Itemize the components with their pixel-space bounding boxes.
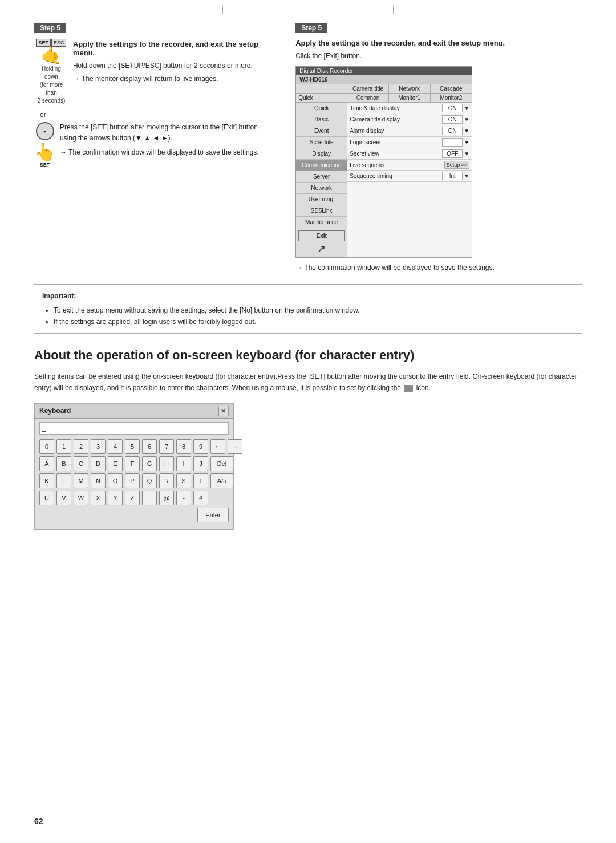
key-R[interactable]: R (159, 473, 174, 488)
subheader-col2: Common (347, 94, 389, 102)
important-item-2: If the settings are applied, all login u… (54, 316, 574, 327)
key-E[interactable]: E (108, 456, 123, 471)
content-dropdown-3[interactable]: ▼ (464, 128, 469, 134)
step-arrow-right: The confirmation window will be displaye… (295, 262, 582, 273)
content-row-1: Time & date display ON ▼ (347, 103, 472, 114)
header-col4: Cascade (431, 84, 472, 93)
sidebar-maintenance[interactable]: Maintenance (296, 217, 347, 228)
key-H[interactable]: H (159, 456, 174, 471)
key-V[interactable]: V (56, 491, 71, 505)
exit-button[interactable]: Exit (298, 230, 345, 241)
key-W[interactable]: W (74, 491, 88, 505)
step-title-text-left: Apply the settings to the recorder, and … (73, 40, 273, 57)
key-A[interactable]: A (39, 456, 54, 471)
key-D[interactable]: D (91, 456, 106, 471)
key-O[interactable]: O (108, 473, 123, 488)
set-only-icon: ● 👆 SET (34, 122, 55, 168)
key-row-4: Enter (39, 508, 229, 522)
content-row-2: Camera title display ON ▼ (347, 114, 472, 125)
key-K[interactable]: K (39, 473, 54, 488)
step-body1-left: Hold down the [SETUP/ESC] button for 2 s… (73, 60, 273, 71)
key-shift[interactable]: A/a (210, 473, 233, 488)
key-period[interactable]: . (142, 491, 157, 505)
key-2[interactable]: 2 (74, 439, 88, 454)
content-row-3: Alarm display ON ▼ (347, 125, 472, 137)
holding-icon-area: SET ESC 🤙 Holding down(for more than2 se… (34, 39, 273, 105)
key-N[interactable]: N (91, 473, 106, 488)
content-label-6: Live sequence (350, 162, 444, 168)
content-row-5: Secret view OFF ▼ (347, 148, 472, 160)
key-4[interactable]: 4 (108, 439, 123, 454)
keyboard-ui: Keyboard × _ 0 1 2 3 4 5 6 7 8 9 ← → (34, 403, 234, 530)
key-9[interactable]: 9 (193, 439, 208, 454)
key-6[interactable]: 6 (142, 439, 157, 454)
content-dropdown-5[interactable]: ▼ (464, 151, 469, 157)
content-dropdown-4[interactable]: ▼ (464, 139, 469, 145)
key-dash[interactable]: - (176, 491, 191, 505)
key-J[interactable]: J (193, 456, 208, 471)
key-G[interactable]: G (142, 456, 157, 471)
key-5[interactable]: 5 (125, 439, 140, 454)
sidebar-quick[interactable]: Quick (296, 103, 347, 114)
key-8[interactable]: 8 (176, 439, 191, 454)
key-backspace[interactable]: ← (210, 439, 225, 454)
set-esc-icon: SET ESC 🤙 Holding down(for more than2 se… (34, 39, 68, 105)
key-F[interactable]: F (125, 456, 140, 471)
keyboard-close-button[interactable]: × (218, 406, 229, 416)
key-0[interactable]: 0 (39, 439, 54, 454)
recorder-model: WJ-HD616 (296, 75, 472, 84)
important-list: To exit the setup menu without saving th… (42, 305, 574, 328)
key-del[interactable]: Del (210, 456, 233, 471)
key-U[interactable]: U (39, 491, 54, 505)
key-B[interactable]: B (56, 456, 71, 471)
key-enter[interactable]: Enter (197, 508, 229, 522)
key-3[interactable]: 3 (91, 439, 106, 454)
sidebar-user-mng[interactable]: User mng. (296, 194, 347, 205)
content-value-5: OFF (442, 149, 463, 158)
content-dropdown-1[interactable]: ▼ (464, 105, 469, 111)
key-S[interactable]: S (176, 473, 191, 488)
header-col3: Network (389, 84, 431, 93)
key-M[interactable]: M (74, 473, 88, 488)
key-at[interactable]: @ (159, 491, 174, 505)
key-1[interactable]: 1 (56, 439, 71, 454)
key-P[interactable]: P (125, 473, 140, 488)
keyboard-title: Keyboard (39, 407, 71, 415)
sidebar-event[interactable]: Event (296, 125, 347, 137)
section-body: Setting items can be entered using the o… (34, 371, 582, 394)
sidebar-server[interactable]: Server (296, 171, 347, 183)
key-row-0: 0 1 2 3 4 5 6 7 8 9 ← → (39, 439, 229, 454)
key-Y[interactable]: Y (108, 491, 123, 505)
recorder-sidebar: Quick Basic Event Schedule Display Commu… (296, 103, 347, 257)
content-dropdown-2[interactable]: ▼ (464, 116, 469, 123)
recorder-ui: Digital Disk Recorder WJ-HD616 Camera ti… (295, 66, 472, 258)
key-L[interactable]: L (56, 473, 71, 488)
key-C[interactable]: C (74, 456, 88, 471)
step-arrow2-left: The confirmation window will be displaye… (60, 147, 273, 157)
key-X[interactable]: X (91, 491, 106, 505)
sidebar-communication[interactable]: Communication (296, 160, 347, 171)
key-Q[interactable]: Q (142, 473, 157, 488)
sidebar-schedule[interactable]: Schedule (296, 137, 347, 148)
sidebar-basic[interactable]: Basic (296, 114, 347, 125)
step5-left: Step 5 SET ESC 🤙 Holding down(for more t… (34, 23, 273, 273)
key-hash[interactable]: # (193, 491, 208, 505)
recorder-title-bar: Digital Disk Recorder (296, 67, 472, 75)
content-row-4: Login screen -- ▼ (347, 137, 472, 148)
key-T[interactable]: T (193, 473, 208, 488)
key-I[interactable]: I (176, 456, 191, 471)
corner-mark-br (599, 826, 610, 837)
key-Z[interactable]: Z (125, 491, 140, 505)
second-icon-row: ● 👆 SET Press the [SET] button after mov… (34, 122, 273, 168)
setup-button[interactable]: Setup >> (444, 161, 470, 169)
recorder-header-row: Camera title Network Cascade (296, 84, 472, 94)
key-forward[interactable]: → (228, 439, 242, 454)
keyboard-rows: 0 1 2 3 4 5 6 7 8 9 ← → A B C D E F (35, 437, 233, 529)
subheader-col4: Monitor2 (431, 94, 472, 102)
or-text: or (40, 111, 273, 119)
sidebar-network[interactable]: Network (296, 183, 347, 194)
sidebar-sd5link[interactable]: SD5Link (296, 205, 347, 217)
sidebar-display[interactable]: Display (296, 148, 347, 160)
key-7[interactable]: 7 (159, 439, 174, 454)
content-dropdown-7[interactable]: ▼ (464, 173, 469, 179)
